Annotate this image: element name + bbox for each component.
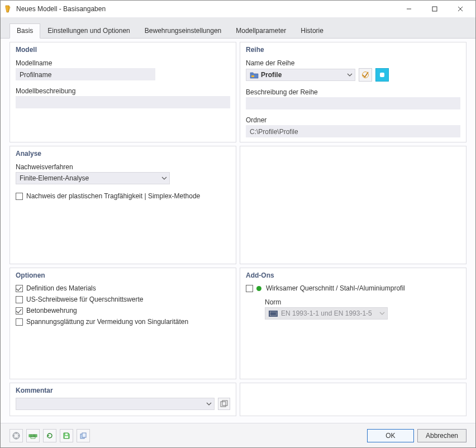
input-modellname[interactable]: Profilname bbox=[16, 68, 155, 80]
checkbox-betonbewehrung[interactable] bbox=[16, 307, 23, 314]
tab-strip: Basis Einstellungen und Optionen Bewehru… bbox=[1, 17, 475, 39]
label-definition-material: Definition des Materials bbox=[26, 284, 96, 292]
reihe-action-button-1[interactable] bbox=[359, 68, 372, 82]
combo-kommentar[interactable] bbox=[16, 398, 215, 410]
eu-flag-icon bbox=[269, 311, 278, 317]
tab-einstellungen[interactable]: Einstellungen und Optionen bbox=[40, 23, 137, 38]
panel-addons: Add-Ons Wirksamer Querschnitt / Stahl-/A… bbox=[240, 268, 467, 379]
svg-rect-1 bbox=[251, 75, 254, 77]
combo-norm-disabled: EN 1993-1-1 und EN 1993-1-5 bbox=[265, 307, 388, 320]
cancel-button[interactable]: Abbrechen bbox=[417, 429, 467, 442]
combo-reihe-value: Profile bbox=[261, 71, 282, 79]
footer-tool-refresh[interactable] bbox=[43, 429, 56, 442]
svg-rect-13 bbox=[82, 433, 86, 437]
chevron-down-icon bbox=[379, 311, 385, 316]
svg-rect-4 bbox=[221, 402, 226, 407]
svg-text:0,00: 0,00 bbox=[30, 434, 36, 437]
svg-rect-3 bbox=[380, 73, 384, 77]
label-reihe-name: Name der Reihe bbox=[246, 59, 460, 67]
svg-rect-11 bbox=[65, 433, 68, 435]
footer-tool-help[interactable] bbox=[9, 429, 23, 442]
label-modellname: Modellname bbox=[16, 59, 230, 67]
footer-tool-units[interactable]: 0,00 bbox=[26, 429, 40, 442]
chevron-down-icon bbox=[161, 175, 167, 181]
panel-title-optionen: Optionen bbox=[16, 271, 230, 279]
minimize-button[interactable] bbox=[396, 1, 422, 17]
panel-analyse: Analyse Nachweisverfahren Finite-Element… bbox=[9, 146, 236, 264]
folder-icon bbox=[250, 71, 259, 79]
svg-rect-5 bbox=[222, 401, 227, 406]
panel-title-addons: Add-Ons bbox=[246, 271, 460, 279]
tab-bewehrung[interactable]: Bewehrungseinstellungen bbox=[137, 23, 229, 38]
label-us-schreibweise: US-Schreibweise für Querschnittswerte bbox=[26, 296, 143, 303]
combo-nachweisverfahren-value: Finite-Element-Analyse bbox=[20, 174, 89, 182]
svg-rect-0 bbox=[432, 7, 437, 11]
tab-basis[interactable]: Basis bbox=[9, 23, 40, 39]
app-icon bbox=[4, 4, 13, 13]
chevron-down-icon bbox=[347, 72, 353, 78]
combo-reihe-name[interactable]: Profile bbox=[246, 69, 355, 81]
label-plastische-tragfaehigkeit: Nachweis der plastischen Tragfähigkeit |… bbox=[26, 192, 200, 200]
label-ordner: Ordner bbox=[246, 116, 460, 124]
label-wirksamer-querschnitt: Wirksamer Querschnitt / Stahl-/Aluminium… bbox=[266, 284, 405, 292]
panel-optionen: Optionen Definition des Materials US-Sch… bbox=[9, 268, 236, 379]
panel-title-modell: Modell bbox=[16, 46, 230, 54]
checkbox-plastische-tragfaehigkeit[interactable] bbox=[16, 193, 23, 200]
svg-point-7 bbox=[15, 433, 18, 437]
kommentar-extra-button[interactable] bbox=[218, 398, 230, 410]
panel-title-analyse: Analyse bbox=[16, 150, 230, 158]
panel-reihe: Reihe Name der Reihe Profile Beschreibun… bbox=[240, 42, 467, 142]
label-norm: Norm bbox=[265, 298, 460, 306]
title-bar: Neues Modell - Basisangaben bbox=[1, 1, 475, 17]
window-title: Neues Modell - Basisangaben bbox=[16, 5, 396, 13]
label-modellbeschreibung: Modellbeschreibung bbox=[16, 87, 230, 95]
footer-bar: 0,00 OK Abbrechen bbox=[1, 423, 475, 447]
status-dot-icon bbox=[256, 286, 261, 291]
tab-modellparameter[interactable]: Modellparameter bbox=[229, 23, 293, 38]
label-spannungsglaettung: Spannungsglättung zur Vermeidung von Sin… bbox=[26, 318, 188, 326]
panel-kommentar: Kommentar bbox=[9, 383, 236, 416]
ok-button[interactable]: OK bbox=[367, 429, 414, 442]
panel-title-reihe: Reihe bbox=[246, 46, 460, 54]
panel-empty-right bbox=[240, 146, 467, 264]
label-reihe-beschreibung: Beschreibung der Reihe bbox=[246, 88, 460, 96]
tab-historie[interactable]: Historie bbox=[293, 23, 331, 38]
combo-norm-value: EN 1993-1-1 und EN 1993-1-5 bbox=[281, 309, 372, 317]
input-reihe-beschreibung[interactable] bbox=[246, 97, 460, 109]
label-betonbewehrung: Betonbewehrung bbox=[26, 307, 77, 314]
chevron-down-icon bbox=[206, 401, 212, 407]
reihe-action-button-2[interactable] bbox=[375, 68, 389, 82]
combo-nachweisverfahren[interactable]: Finite-Element-Analyse bbox=[16, 172, 170, 184]
content-area: Modell Modellname Profilname Modellbesch… bbox=[1, 39, 475, 423]
input-modellbeschreibung[interactable] bbox=[16, 96, 230, 108]
footer-tool-copy[interactable] bbox=[77, 429, 90, 442]
checkbox-spannungsglaettung[interactable] bbox=[16, 318, 23, 326]
checkbox-us-schreibweise[interactable] bbox=[16, 296, 23, 303]
maximize-button[interactable] bbox=[422, 1, 448, 17]
input-ordner: C:\Profile\Profile bbox=[246, 125, 460, 137]
close-button[interactable] bbox=[448, 1, 473, 17]
panel-title-kommentar: Kommentar bbox=[16, 387, 230, 394]
panel-empty-bottom-right bbox=[240, 383, 467, 416]
footer-tool-save[interactable] bbox=[60, 429, 73, 442]
checkbox-definition-material[interactable] bbox=[16, 285, 23, 292]
label-nachweisverfahren: Nachweisverfahren bbox=[16, 163, 230, 171]
panel-modell: Modell Modellname Profilname Modellbesch… bbox=[9, 42, 236, 142]
checkbox-wirksamer-querschnitt[interactable] bbox=[246, 285, 253, 292]
svg-rect-10 bbox=[65, 436, 68, 438]
